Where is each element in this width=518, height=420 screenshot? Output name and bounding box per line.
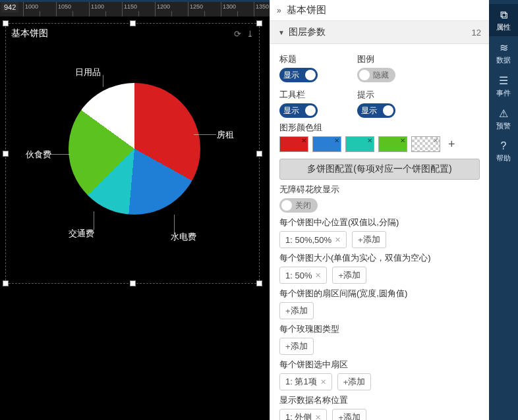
color-swatch[interactable]: ✕ <box>312 136 341 152</box>
label-legend: 图例 <box>357 53 395 65</box>
right-rail: ⧉属性 ≋数据 ☰事件 ⚠预警 ?帮助 <box>489 0 518 420</box>
label-gap: 每个饼图的扇区间隔(宽度,圆角值) <box>279 288 480 300</box>
add-center-button[interactable]: 添加 <box>352 231 386 248</box>
toggle-tooltip[interactable]: 显示 <box>357 103 395 118</box>
labelpos-tag[interactable]: 1: 外侧✕ <box>279 409 327 420</box>
color-swatch-row: ✕ ✕ ✕ ✕ ✕ + <box>279 136 480 152</box>
help-icon: ? <box>489 140 518 152</box>
close-icon: ✕ <box>320 378 326 386</box>
pie-chart-widget[interactable]: 基本饼图 ⟳ ⤓ 房租 水电费 交通费 伙食费 日用品 <box>5 23 260 284</box>
label-color-group: 图形颜色组 <box>279 122 480 134</box>
add-gap-button[interactable]: 添加 <box>279 302 314 319</box>
label-toolbar: 工具栏 <box>279 89 318 101</box>
collapse-panel-icon[interactable]: » <box>277 6 281 15</box>
multi-pie-config-button[interactable]: 多饼图配置(每项对应一个饼图配置) <box>279 159 480 180</box>
resize-handle[interactable] <box>3 20 9 26</box>
resize-handle[interactable] <box>256 280 262 286</box>
resize-handle[interactable] <box>3 151 9 157</box>
close-icon: ✕ <box>301 137 306 144</box>
color-swatch[interactable]: ✕ <box>345 136 374 152</box>
slice-label: 房租 <box>217 129 234 141</box>
close-icon: ✕ <box>433 137 438 144</box>
param-count: 12 <box>472 28 481 38</box>
widget-title: 基本饼图 <box>11 28 48 39</box>
resize-handle[interactable] <box>256 151 262 157</box>
toggle-pattern[interactable]: 关闭 <box>279 198 318 213</box>
pie-chart: 房租 水电费 交通费 伙食费 日用品 <box>62 76 207 221</box>
toggle-title[interactable]: 显示 <box>279 68 318 82</box>
database-icon: ≋ <box>489 41 518 54</box>
selected-tag[interactable]: 1: 第1项✕ <box>279 373 332 390</box>
horizontal-ruler: 942 1000 1050 1100 1150 1200 1250 1300 1… <box>0 2 270 17</box>
label-title: 标题 <box>279 53 318 65</box>
alert-icon: ⚠ <box>489 107 518 120</box>
resize-handle[interactable] <box>256 20 262 26</box>
rail-tab-help[interactable]: ?帮助 <box>489 135 518 167</box>
accordion-layer-params[interactable]: ▼ 图层参数 12 <box>270 21 489 44</box>
rail-tab-events[interactable]: ☰事件 <box>489 69 518 102</box>
layout-icon: ⧉ <box>489 9 518 21</box>
color-swatch[interactable]: ✕ <box>378 136 407 152</box>
list-icon: ☰ <box>489 74 518 87</box>
rail-tab-data[interactable]: ≋数据 <box>489 36 518 69</box>
label-selected: 每个饼图选中扇区 <box>279 359 480 371</box>
close-icon: ✕ <box>315 413 321 421</box>
label-rose: 每个玫瑰图类型 <box>279 323 480 335</box>
design-canvas[interactable]: 942 1000 1050 1100 1150 1200 1250 1300 1… <box>0 0 270 420</box>
resize-handle[interactable] <box>130 20 136 26</box>
slice-label: 伙食费 <box>26 149 51 161</box>
close-icon: ✕ <box>334 137 339 144</box>
rail-tab-alerts[interactable]: ⚠预警 <box>489 102 518 135</box>
chevron-down-icon: ▼ <box>278 29 285 36</box>
resize-handle[interactable] <box>3 280 9 286</box>
toggle-toolbar[interactable]: 显示 <box>279 103 318 118</box>
resize-handle[interactable] <box>130 280 136 286</box>
rail-tab-props[interactable]: ⧉属性 <box>489 4 518 36</box>
add-selected-button[interactable]: 添加 <box>337 373 372 390</box>
slice-label: 日用品 <box>75 66 101 78</box>
panel-title: 基本饼图 <box>287 4 326 16</box>
toggle-legend[interactable]: 隐藏 <box>357 68 395 82</box>
close-icon: ✕ <box>335 236 341 244</box>
label-labelpos: 显示数据名称位置 <box>279 394 480 406</box>
download-icon[interactable]: ⤓ <box>246 29 254 39</box>
color-swatch[interactable]: ✕ <box>411 136 440 152</box>
slice-label: 交通费 <box>69 228 94 240</box>
close-icon: ✕ <box>367 137 372 144</box>
center-tag[interactable]: 1: 50%,50%✕ <box>279 231 347 248</box>
properties-panel: » 基本饼图 ▼ 图层参数 12 标题 显示 图例 隐藏 工具栏 <box>270 0 489 420</box>
label-center: 每个饼图中心位置(双值以,分隔) <box>279 217 480 228</box>
add-size-button[interactable]: 添加 <box>332 267 366 284</box>
refresh-icon[interactable]: ⟳ <box>234 29 241 39</box>
size-tag[interactable]: 1: 50%✕ <box>279 267 327 284</box>
label-size: 每个饼图大小(单值为实心，双值为空心) <box>279 252 480 264</box>
close-icon: ✕ <box>400 137 405 144</box>
add-rose-button[interactable]: 添加 <box>279 338 314 355</box>
add-color-button[interactable]: + <box>444 138 459 151</box>
label-pattern: 无障碍花纹显示 <box>279 184 480 196</box>
close-icon: ✕ <box>315 271 321 280</box>
label-tooltip: 提示 <box>357 89 395 101</box>
add-labelpos-button[interactable]: 添加 <box>332 409 366 420</box>
color-swatch[interactable]: ✕ <box>279 136 308 152</box>
